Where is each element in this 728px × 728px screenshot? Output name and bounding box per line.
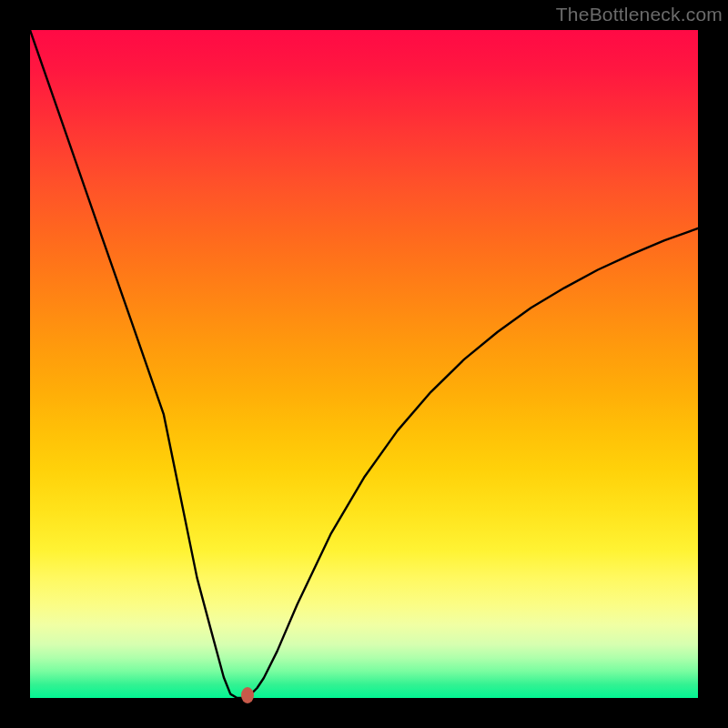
chart-background xyxy=(30,30,698,698)
chart-frame: TheBottleneck.com xyxy=(0,0,728,728)
watermark-text: TheBottleneck.com xyxy=(556,4,723,25)
chart-marker xyxy=(241,687,254,703)
